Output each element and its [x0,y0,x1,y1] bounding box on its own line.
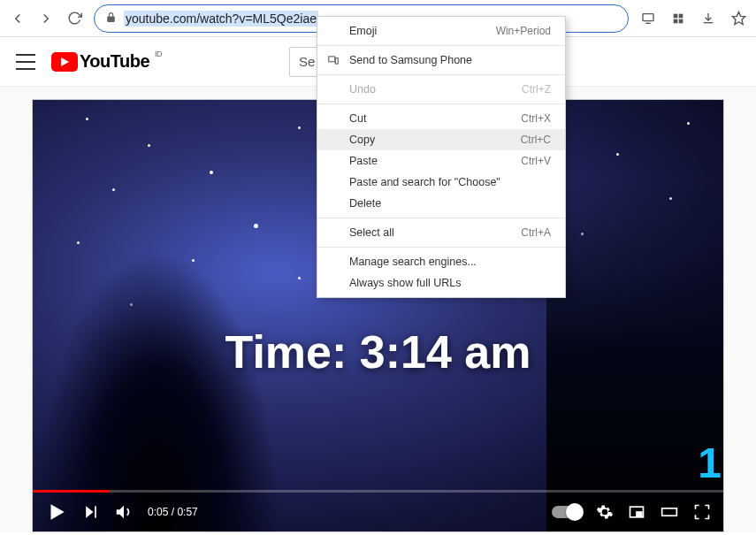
tree-silhouette [33,248,280,531]
ctx-label: Send to Samsung Phone [349,54,472,66]
menu-button[interactable] [16,52,35,72]
fullscreen-button[interactable] [693,503,711,521]
ctx-label: Undo [349,83,376,96]
region-label: ID [155,50,162,58]
youtube-play-icon [51,52,78,72]
ctx-label: Cut [349,112,366,125]
ctx-shortcut: Ctrl+X [521,112,551,125]
svg-rect-3 [679,13,683,18]
context-menu: Emoji Win+Period Send to Samsung Phone U… [317,16,566,298]
search-placeholder: Se [299,54,315,69]
ctx-shortcut: Win+Period [496,25,551,37]
play-button[interactable] [45,501,68,524]
youtube-logo[interactable]: YouTube ID [51,51,149,72]
svg-rect-13 [329,57,335,62]
ctx-manage-search-engines[interactable]: Manage search engines... [317,251,565,272]
miniplayer-button[interactable] [628,503,645,521]
time-display: 0:05 / 0:57 [148,506,198,518]
ctx-cut[interactable]: Cut Ctrl+X [317,108,565,129]
star-icon[interactable] [729,10,747,27]
ctx-paste[interactable]: Paste Ctrl+V [317,150,565,172]
extension-icon[interactable] [669,10,687,27]
theater-button[interactable] [660,503,679,521]
svg-rect-12 [662,508,677,516]
ctx-label: Select all [349,226,394,239]
svg-rect-4 [674,19,678,23]
player-controls: 0:05 / 0:57 [33,493,723,531]
ctx-shortcut: Ctrl+C [521,134,551,146]
ctx-undo[interactable]: Undo Ctrl+Z [317,79,565,100]
settings-button[interactable] [596,503,614,521]
ctx-select-all[interactable]: Select all Ctrl+A [317,222,565,243]
ctx-separator [317,74,565,75]
ctx-show-full-urls[interactable]: Always show full URLs [317,272,565,294]
ctx-label: Delete [349,197,381,210]
total-duration: 0:57 [177,506,197,518]
ctx-label: Paste [349,155,378,167]
toolbar-right [639,10,747,27]
lock-icon [105,11,117,26]
svg-rect-11 [637,512,642,516]
ctx-label: Copy [349,134,375,146]
svg-rect-0 [643,13,653,20]
elapsed-time: 0:05 [148,506,168,518]
devices-icon [326,53,340,67]
ctx-label: Emoji [349,25,377,37]
ctx-shortcut: Ctrl+A [521,226,551,239]
svg-marker-6 [732,11,745,24]
ctx-label: Always show full URLs [349,277,461,289]
ctx-delete[interactable]: Delete [317,193,565,214]
svg-marker-8 [86,506,93,517]
next-button[interactable] [82,503,100,521]
tree-silhouette [546,178,723,531]
svg-rect-2 [674,13,678,18]
ctx-copy[interactable]: Copy Ctrl+C [317,129,565,150]
url-text: youtube.com/watch?v=ML5Qe2iae [124,11,318,27]
forward-button[interactable] [37,10,55,27]
reload-button[interactable] [65,10,83,27]
video-overlay-text: Time: 3:14 am [225,325,531,378]
svg-rect-14 [335,58,338,64]
volume-button[interactable] [114,502,134,522]
svg-rect-5 [679,19,683,23]
ctx-label: Manage search engines... [349,256,477,268]
ctx-separator [317,247,565,248]
download-icon[interactable] [699,10,717,27]
svg-marker-7 [51,504,65,519]
ctx-send-to-phone[interactable]: Send to Samsung Phone [317,50,565,71]
ctx-paste-search[interactable]: Paste and search for "Choose" [317,172,565,193]
ctx-emoji[interactable]: Emoji Win+Period [317,20,565,42]
desktop-icon[interactable] [639,10,657,27]
ctx-separator [317,103,565,104]
svg-rect-9 [95,506,96,517]
ctx-separator [317,218,565,218]
ctx-label: Paste and search for "Choose" [349,176,500,188]
video-corner-number: 1 [698,439,722,487]
ctx-shortcut: Ctrl+V [521,155,551,167]
back-button[interactable] [9,10,27,27]
ctx-shortcut: Ctrl+Z [522,83,551,96]
ctx-separator [317,45,565,46]
youtube-brand-text: YouTube [80,51,149,72]
autoplay-toggle[interactable] [552,506,582,518]
